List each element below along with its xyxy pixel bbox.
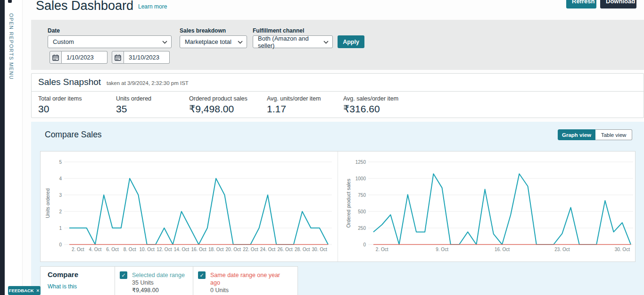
svg-text:250: 250: [358, 226, 366, 231]
reports-sidebar: OPEN REPORTS MENU: [5, 0, 23, 295]
sales-breakdown-label: Sales breakdown: [180, 27, 226, 34]
view-toggle: Graph view Table view: [558, 129, 632, 140]
selected-range-checkbox[interactable]: ✓: [120, 271, 127, 279]
legend-label: Same date range one year ago: [210, 271, 290, 287]
open-reports-menu-label[interactable]: OPEN REPORTS MENU: [8, 13, 14, 80]
calendar-icon[interactable]: [50, 51, 62, 64]
legend-year-ago: ✓ Same date range one year ago 0 Units ₹…: [193, 267, 297, 295]
date-filter-label: Date: [48, 27, 60, 34]
svg-text:23. Oct: 23. Oct: [554, 247, 570, 252]
learn-more-link[interactable]: Learn more: [138, 3, 167, 10]
svg-text:2: 2: [59, 209, 62, 214]
feedback-button[interactable]: FEEDBACK ✕: [8, 286, 41, 295]
graph-view-button[interactable]: Graph view: [558, 129, 595, 140]
stat-value: ₹9,498.00: [189, 103, 248, 115]
stat-value: 30: [38, 103, 82, 115]
svg-text:4. Oct: 4. Oct: [89, 247, 102, 252]
filter-panel: Date Custom Sales breakdown Marketplace …: [31, 20, 644, 70]
date-range-select[interactable]: Custom: [48, 35, 172, 48]
svg-text:6. Oct: 6. Oct: [106, 247, 119, 252]
svg-text:3: 3: [59, 193, 62, 198]
compare-sales-panel: Compare Sales Graph view Table view 0123…: [31, 122, 644, 295]
stat-label: Avg. sales/order item: [343, 95, 398, 102]
feedback-label: FEEDBACK: [9, 288, 34, 293]
what-is-this-link[interactable]: What is this: [48, 283, 115, 290]
svg-text:750: 750: [358, 193, 366, 198]
snapshot-timestamp: taken at 3/9/2024, 2:32:30 pm IST: [107, 80, 189, 86]
svg-text:2. Oct: 2. Oct: [72, 247, 84, 252]
svg-text:1: 1: [59, 226, 62, 231]
ordered-product-sales-chart-svg: 0250500750100012502. Oct9. Oct16. Oct23.…: [338, 152, 635, 261]
svg-text:12. Oct: 12. Oct: [157, 247, 172, 252]
svg-text:18. Oct: 18. Oct: [208, 247, 223, 252]
ordered-product-sales-chart: 0250500750100012502. Oct9. Oct16. Oct23.…: [338, 152, 635, 261]
fulfillment-channel-select[interactable]: Both (Amazon and seller): [253, 35, 333, 48]
svg-text:5: 5: [59, 160, 62, 165]
stat-avg-units-order-item: Avg. units/order item 1.17: [267, 95, 321, 115]
date-from-input[interactable]: [62, 51, 107, 64]
legend-selected-range: ✓ Selected date range 35 Units ₹9,498.00: [115, 267, 193, 295]
pinned-icon: [8, 0, 12, 3]
stat-total-order-items: Total order items 30: [38, 95, 82, 115]
svg-text:24. Oct: 24. Oct: [260, 247, 275, 252]
svg-text:10. Oct: 10. Oct: [140, 247, 155, 252]
stat-value: ₹316.60: [343, 103, 398, 115]
svg-text:26. Oct: 26. Oct: [277, 247, 292, 252]
svg-text:8. Oct: 8. Oct: [124, 247, 136, 252]
charts-container: 0123452. Oct4. Oct6. Oct8. Oct10. Oct12.…: [40, 151, 636, 262]
stat-label: Units ordered: [116, 95, 151, 102]
svg-text:Units ordered: Units ordered: [45, 188, 50, 218]
compare-legend-intro: Compare What is this: [41, 267, 115, 295]
fulfillment-channel-value: Both (Amazon and seller): [258, 35, 321, 49]
stat-label: Total order items: [38, 95, 82, 102]
legend-year-ago-text: Same date range one year ago 0 Units ₹0.…: [210, 271, 290, 295]
units-ordered-chart-svg: 0123452. Oct4. Oct6. Oct8. Oct10. Oct12.…: [41, 152, 337, 261]
left-edge-bar: [0, 0, 5, 295]
stat-units-ordered: Units ordered 35: [116, 95, 151, 115]
refresh-button[interactable]: Refresh: [566, 0, 596, 8]
svg-text:0: 0: [59, 242, 62, 247]
table-view-button[interactable]: Table view: [595, 129, 632, 140]
sales-breakdown-select[interactable]: Marketplace total: [180, 35, 247, 48]
sales-snapshot-header: Sales Snapshot taken at 3/9/2024, 2:32:3…: [32, 74, 644, 92]
sales-snapshot-panel: Sales Snapshot taken at 3/9/2024, 2:32:3…: [31, 73, 644, 118]
date-to-group: [112, 51, 170, 64]
legend-units: 35 Units: [132, 279, 185, 287]
date-range-value: Custom: [53, 38, 74, 45]
svg-text:4: 4: [59, 176, 62, 181]
svg-text:500: 500: [358, 209, 366, 214]
close-icon[interactable]: ✕: [36, 288, 40, 293]
calendar-icon[interactable]: [112, 51, 124, 64]
sales-snapshot-title: Sales Snapshot: [38, 77, 101, 87]
download-button[interactable]: Download: [600, 0, 636, 8]
svg-text:14. Oct: 14. Oct: [174, 247, 189, 252]
date-to-input[interactable]: [124, 51, 170, 64]
fulfillment-channel-label: Fulfillment channel: [253, 27, 304, 34]
stat-label: Ordered product sales: [189, 95, 248, 102]
svg-text:1250: 1250: [355, 160, 366, 165]
legend-amount: ₹9,498.00: [132, 287, 185, 294]
page-title: Sales Dashboard: [36, 0, 133, 13]
chevron-down-icon: [162, 41, 167, 44]
legend-label: Selected date range: [132, 271, 185, 279]
svg-text:Ordered product sales: Ordered product sales: [346, 179, 351, 228]
sales-breakdown-value: Marketplace total: [185, 38, 231, 45]
compare-label: Compare: [48, 270, 115, 278]
svg-text:1000: 1000: [355, 176, 366, 181]
apply-button[interactable]: Apply: [338, 35, 364, 48]
svg-text:2. Oct: 2. Oct: [376, 247, 388, 252]
chevron-down-icon: [323, 41, 329, 44]
svg-text:16. Oct: 16. Oct: [191, 247, 206, 252]
year-ago-checkbox[interactable]: ✓: [198, 271, 206, 279]
units-ordered-chart: 0123452. Oct4. Oct6. Oct8. Oct10. Oct12.…: [41, 152, 338, 261]
svg-text:28. Oct: 28. Oct: [295, 247, 310, 252]
date-from-group: [50, 51, 107, 64]
svg-text:30. Oct: 30. Oct: [312, 247, 327, 252]
svg-text:22. Oct: 22. Oct: [243, 247, 258, 252]
svg-text:16. Oct: 16. Oct: [495, 247, 510, 252]
chevron-down-icon: [238, 41, 243, 44]
compare-sales-title: Compare Sales: [45, 130, 102, 140]
stat-label: Avg. units/order item: [267, 95, 321, 102]
stat-value: 35: [116, 103, 151, 115]
svg-text:0: 0: [363, 242, 366, 247]
